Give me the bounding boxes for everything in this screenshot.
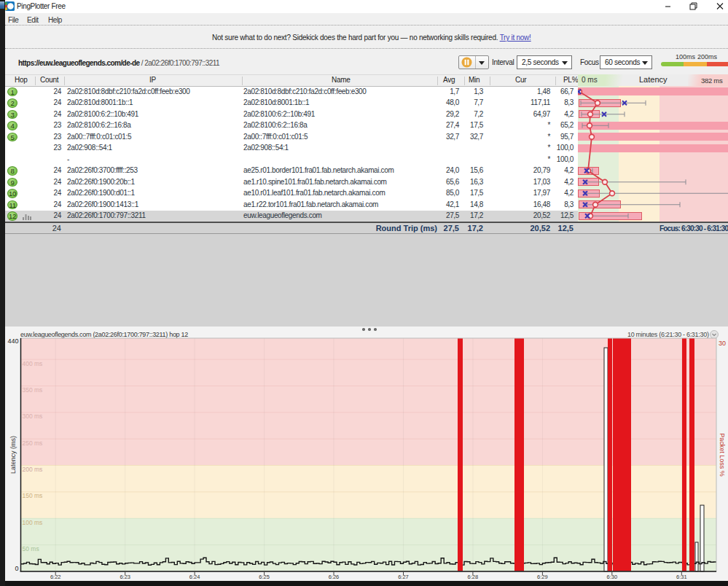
svg-text:300 ms: 300 ms xyxy=(23,413,43,420)
svg-text:150 ms: 150 ms xyxy=(23,492,43,499)
svg-text:6:27: 6:27 xyxy=(398,574,409,580)
svg-text:440: 440 xyxy=(7,337,18,345)
svg-text:6:26: 6:26 xyxy=(329,574,340,580)
svg-text:6:31: 6:31 xyxy=(676,574,687,580)
svg-text:50 ms: 50 ms xyxy=(23,545,39,552)
svg-text:250 ms: 250 ms xyxy=(23,440,43,447)
svg-text:30: 30 xyxy=(719,340,726,347)
svg-text:Packet Loss %: Packet Loss % xyxy=(719,433,726,477)
svg-text:6:25: 6:25 xyxy=(259,574,270,580)
svg-text:400 ms: 400 ms xyxy=(23,360,43,367)
svg-text:6:28: 6:28 xyxy=(468,574,479,580)
svg-text:100 ms: 100 ms xyxy=(23,519,43,526)
svg-text:350 ms: 350 ms xyxy=(23,386,43,394)
svg-text:0: 0 xyxy=(15,565,18,572)
svg-text:6:23: 6:23 xyxy=(120,574,130,580)
svg-text:Latency (ms): Latency (ms) xyxy=(9,436,17,474)
svg-text:200 ms: 200 ms xyxy=(23,466,43,473)
svg-text:6:30: 6:30 xyxy=(606,574,617,580)
svg-text:6:24: 6:24 xyxy=(189,574,200,580)
svg-text:6:22: 6:22 xyxy=(50,574,61,580)
svg-text:6:29: 6:29 xyxy=(537,574,548,580)
